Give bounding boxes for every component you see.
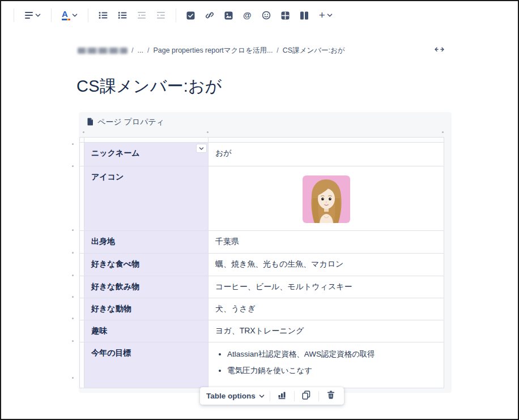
mention-icon: @: [243, 11, 252, 20]
breadcrumb-parent-page[interactable]: Page properties reportマクロを活用...: [153, 46, 273, 55]
property-value-cell[interactable]: [209, 166, 444, 231]
row-handle-dot[interactable]: [72, 318, 74, 319]
column-handle-dot[interactable]: [442, 131, 444, 133]
property-label-cell[interactable]: 好きな食べ物: [84, 254, 209, 276]
property-label-cell[interactable]: 趣味: [84, 320, 209, 342]
emoji-icon: [262, 11, 271, 20]
row-handle[interactable]: [80, 320, 84, 342]
property-label-cell[interactable]: アイコン: [84, 166, 209, 231]
macro-title: ページ プロパティ: [97, 117, 164, 127]
table-icon: [281, 11, 290, 20]
property-value-cell[interactable]: 千葉県: [209, 231, 444, 254]
property-value-cell[interactable]: 蠣、焼き魚、光もの生魚、マカロン: [209, 254, 444, 276]
expand-width-button[interactable]: [434, 45, 445, 55]
emoji-button[interactable]: [259, 8, 274, 22]
insert-chart-button[interactable]: [275, 389, 289, 403]
property-label-cell[interactable]: 好きな動物: [84, 298, 209, 320]
page-icon: [87, 118, 93, 127]
property-label-cell[interactable]: 出身地: [84, 231, 209, 254]
row-handle[interactable]: [80, 254, 84, 276]
outdent-button[interactable]: [134, 9, 149, 22]
layouts-button[interactable]: [297, 9, 312, 22]
table-options-label: Table options: [206, 392, 256, 400]
table-floating-toolbar: Table options: [200, 387, 344, 405]
table-row[interactable]: 趣味 ヨガ、TRXトレーニング: [80, 320, 444, 342]
row-handle[interactable]: [80, 166, 84, 231]
row-handle[interactable]: [80, 143, 84, 166]
table-row[interactable]: 出身地 千葉県: [80, 231, 444, 254]
page-properties-macro[interactable]: ページ プロパティ ニックネーム おが アイコン: [79, 112, 452, 393]
breadcrumb-space-blurred[interactable]: [78, 48, 127, 54]
row-handle-dot[interactable]: [72, 252, 74, 254]
task-list-button[interactable]: [184, 9, 198, 22]
mention-button[interactable]: @: [240, 8, 254, 22]
insert-image-button[interactable]: [222, 9, 236, 22]
column-handle-dot[interactable]: [207, 131, 209, 133]
toolbar-divider: [294, 391, 295, 401]
column-handle-dot[interactable]: [83, 131, 84, 133]
task-checkbox-icon: [186, 11, 195, 20]
layouts-icon: [300, 11, 309, 20]
toolbar-divider: [318, 391, 319, 401]
page-properties-table[interactable]: ニックネーム おが アイコン: [79, 137, 444, 388]
link-button[interactable]: [202, 8, 217, 22]
text-color-button[interactable]: A: [59, 8, 80, 23]
row-handle-dot[interactable]: [72, 165, 74, 167]
row-handle[interactable]: [80, 276, 84, 298]
copy-table-button[interactable]: [300, 389, 313, 403]
table-column-controls-row[interactable]: [80, 138, 444, 143]
page-title[interactable]: CS課メンバー:おが: [76, 75, 222, 98]
property-label: ニックネーム: [91, 148, 140, 157]
cell-options-button[interactable]: [196, 144, 207, 153]
table-options-button[interactable]: Table options: [206, 392, 265, 400]
goals-bullet-list: Atlassian社認定資格、AWS認定資格の取得 電気圧力鍋を使いこなす: [215, 349, 437, 375]
chevron-down-icon: [72, 13, 78, 18]
row-handle-dot[interactable]: [72, 377, 74, 379]
app-window: A: [0, 0, 519, 420]
breadcrumb-separator: /: [131, 46, 133, 54]
property-label-cell[interactable]: 今年の目標: [84, 342, 209, 388]
toolbar-divider: [14, 8, 14, 22]
expand-width-icon: [434, 45, 445, 55]
table-row[interactable]: 今年の目標 Atlassian社認定資格、AWS認定資格の取得 電気圧力鍋を使い…: [80, 342, 444, 388]
property-value-cell[interactable]: ヨガ、TRXトレーニング: [209, 320, 444, 342]
table-row[interactable]: 好きな飲み物 コーヒー、ビール、モルトウィスキー: [80, 276, 444, 298]
row-handle[interactable]: [80, 231, 84, 254]
text-align-button[interactable]: [22, 9, 44, 22]
row-handle-dot[interactable]: [72, 229, 74, 231]
breadcrumb: / ... / Page properties reportマクロを活用... …: [78, 46, 345, 55]
align-text-icon: [24, 11, 33, 19]
bullet-list-button[interactable]: [96, 9, 110, 22]
breadcrumb-current-page: CS課メンバー:おが: [283, 46, 345, 55]
row-handle-dot[interactable]: [72, 275, 74, 276]
property-value-cell[interactable]: コーヒー、ビール、モルトウィスキー: [209, 276, 444, 298]
table-row[interactable]: 好きな動物 犬、うさぎ: [80, 298, 444, 320]
property-label-cell[interactable]: 好きな飲み物: [84, 276, 209, 298]
table-row[interactable]: ニックネーム おが: [80, 143, 444, 166]
avatar[interactable]: [303, 175, 350, 223]
row-handle-dot[interactable]: [72, 143, 74, 145]
table-row[interactable]: アイコン: [80, 166, 444, 231]
property-value-cell[interactable]: 犬、うさぎ: [209, 298, 444, 320]
bullet-list-icon: [99, 11, 108, 19]
property-value-cell[interactable]: Atlassian社認定資格、AWS認定資格の取得 電気圧力鍋を使いこなす: [209, 342, 444, 388]
table-row[interactable]: 好きな食べ物 蠣、焼き魚、光もの生魚、マカロン: [80, 254, 444, 276]
indent-button[interactable]: [154, 9, 168, 22]
property-label-cell[interactable]: ニックネーム: [84, 143, 209, 166]
row-handle-dot[interactable]: [72, 340, 74, 342]
row-handle[interactable]: [80, 342, 84, 388]
delete-table-button[interactable]: [324, 389, 338, 403]
numbered-list-button[interactable]: [115, 9, 130, 22]
row-handle-dot[interactable]: [72, 296, 74, 298]
breadcrumb-ellipsis[interactable]: ...: [137, 46, 143, 54]
numbered-list-icon: [118, 11, 127, 19]
goal-item: Atlassian社認定資格、AWS認定資格の取得: [227, 349, 437, 359]
property-label: 趣味: [91, 326, 107, 335]
insert-more-button[interactable]: +: [316, 8, 335, 22]
chevron-down-icon: [327, 13, 333, 18]
editor-toolbar: A: [1, 6, 518, 25]
insert-table-button[interactable]: [278, 9, 292, 22]
breadcrumb-separator: /: [276, 46, 278, 54]
row-handle[interactable]: [80, 298, 84, 320]
property-value-cell[interactable]: おが: [209, 143, 444, 166]
